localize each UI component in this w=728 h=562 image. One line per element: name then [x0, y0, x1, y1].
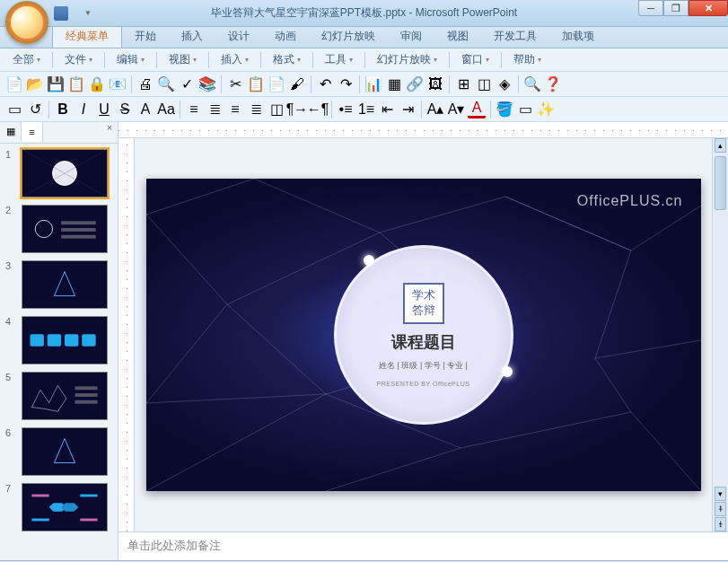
table-icon[interactable]: ▦ [385, 75, 403, 93]
close-button[interactable]: ✕ [689, 0, 728, 16]
redo-icon[interactable]: ↷ [337, 75, 355, 93]
thumb-slide-1[interactable] [22, 149, 108, 198]
bold-icon[interactable]: B [54, 101, 72, 119]
thumb-item[interactable]: 6 [5, 427, 112, 476]
notes-pane[interactable]: 单击此处添加备注 [118, 531, 728, 560]
align-left-icon[interactable]: ≡ [185, 101, 203, 119]
tab-developer[interactable]: 开发工具 [481, 25, 549, 48]
italic-icon[interactable]: I [75, 101, 92, 119]
tab-slideshow[interactable]: 幻灯片放映 [309, 25, 388, 48]
menu-edit[interactable]: 编辑▾ [110, 49, 152, 70]
tab-review[interactable]: 审阅 [388, 25, 434, 48]
copy-icon[interactable]: 📋 [247, 75, 265, 93]
menu-format[interactable]: 格式▾ [266, 49, 308, 70]
table-insert-icon[interactable]: ⊞ [454, 75, 472, 93]
diagram-icon[interactable]: ◈ [496, 75, 513, 93]
shadow-icon[interactable]: A [136, 101, 154, 119]
research-icon[interactable]: 📚 [198, 75, 216, 93]
cut-icon[interactable]: ✂ [226, 75, 244, 93]
shape-outline-icon[interactable]: ▭ [516, 101, 534, 119]
tab-addins[interactable]: 加载项 [549, 25, 607, 48]
thumb-slide-3[interactable] [22, 260, 108, 309]
scroll-down-icon[interactable]: ▾ [715, 487, 726, 501]
shape-effects-icon[interactable]: ✨ [537, 101, 555, 119]
menu-insert[interactable]: 插入▾ [214, 49, 256, 70]
scroll-up-icon[interactable]: ▴ [715, 138, 726, 153]
indent-dec-icon[interactable]: ⇤ [378, 101, 396, 119]
thumb-panel-close[interactable]: × [101, 122, 118, 143]
maximize-button[interactable]: ❐ [663, 0, 689, 16]
help-icon[interactable]: ❓ [544, 75, 562, 93]
object-icon[interactable]: ◫ [475, 75, 493, 93]
align-right-icon[interactable]: ≡ [226, 101, 244, 119]
spell-icon[interactable]: ✓ [178, 75, 196, 93]
numbering-icon[interactable]: 1≡ [357, 101, 375, 119]
save-icon[interactable]: 💾 [47, 75, 65, 93]
indent-inc-icon[interactable]: ⇥ [399, 101, 417, 119]
permission-icon[interactable]: 🔒 [88, 75, 106, 93]
scroll-thumb[interactable] [715, 156, 726, 210]
reset-icon[interactable]: ↺ [26, 101, 44, 119]
menu-view[interactable]: 视图▾ [162, 49, 204, 70]
change-case-icon[interactable]: Aa [157, 101, 175, 119]
shape-fill-icon[interactable]: 🪣 [496, 101, 513, 119]
columns-icon[interactable]: ◫ [268, 101, 285, 119]
zoom-icon[interactable]: 🔍 [523, 75, 541, 93]
paste-icon[interactable]: 📄 [268, 75, 285, 93]
font-size-dec-icon[interactable]: A▾ [447, 101, 465, 119]
thumb-slide-5[interactable] [22, 372, 108, 420]
bullets-icon[interactable]: •≡ [337, 101, 355, 119]
tab-home[interactable]: 开始 [122, 25, 169, 48]
scrollbar-vertical[interactable]: ▴ ▾ ⤉ ⤈ [712, 138, 728, 531]
tab-view[interactable]: 视图 [434, 25, 481, 48]
menu-window[interactable]: 窗口▾ [454, 49, 496, 70]
underline-icon[interactable]: U [95, 101, 113, 119]
preview-icon[interactable]: 🔍 [157, 75, 175, 93]
new-icon[interactable]: 📄 [5, 75, 23, 93]
menu-tools[interactable]: 工具▾ [318, 49, 360, 70]
font-size-inc-icon[interactable]: A▴ [426, 101, 444, 119]
undo-icon[interactable]: ↶ [316, 75, 334, 93]
thumb-slide-2[interactable] [22, 205, 108, 253]
tab-design[interactable]: 设计 [215, 25, 262, 48]
thumb-slide-4[interactable] [22, 316, 108, 364]
thumb-slide-7[interactable] [22, 483, 108, 531]
minimize-button[interactable]: ─ [638, 0, 663, 16]
thumb-tab-slides[interactable]: ▦ [0, 122, 22, 142]
tab-insert[interactable]: 插入 [169, 25, 215, 48]
prev-slide-icon[interactable]: ⤉ [715, 502, 726, 516]
thumb-tab-outline[interactable]: ≡ [22, 122, 43, 142]
picture-icon[interactable]: 🖼 [426, 75, 444, 93]
tab-animation[interactable]: 动画 [262, 25, 309, 48]
thumb-item[interactable]: 1 [5, 149, 112, 198]
hyperlink-icon[interactable]: 🔗 [406, 75, 424, 93]
menu-all[interactable]: 全部▾ [5, 49, 48, 70]
print-icon[interactable]: 🖨 [136, 75, 154, 93]
format-painter-icon[interactable]: 🖌 [288, 75, 306, 93]
align-center-icon[interactable]: ≣ [206, 101, 224, 119]
layout-icon[interactable]: ▭ [5, 101, 23, 119]
open-icon[interactable]: 📂 [26, 75, 44, 93]
strike-icon[interactable]: S [116, 101, 134, 119]
office-button[interactable] [5, 1, 48, 44]
thumb-item[interactable]: 7 [5, 483, 112, 531]
slide-canvas[interactable]: OfficePLUS.cn 学术 答辩 课程题目 姓名 | 班级 | 学号 | … [146, 179, 701, 491]
thumb-slide-6[interactable] [22, 427, 108, 476]
thumb-item[interactable]: 3 [5, 260, 112, 309]
ltr-icon[interactable]: ¶→ [288, 101, 306, 119]
save-icon[interactable] [54, 6, 68, 21]
thumb-item[interactable]: 5 [5, 372, 112, 420]
thumb-item[interactable]: 2 [5, 205, 112, 253]
thumb-item[interactable]: 4 [5, 316, 112, 364]
next-slide-icon[interactable]: ⤈ [715, 517, 726, 531]
saveas-icon[interactable]: 📋 [67, 75, 85, 93]
qat-dropdown-icon[interactable]: ▼ [84, 9, 92, 17]
justify-icon[interactable]: ≣ [247, 101, 265, 119]
menu-slideshow[interactable]: 幻灯片放映▾ [370, 49, 444, 70]
menu-help[interactable]: 帮助▾ [506, 49, 548, 70]
chart-icon[interactable]: 📊 [364, 75, 382, 93]
email-icon[interactable]: 📧 [109, 75, 127, 93]
rtl-icon[interactable]: ←¶ [309, 101, 327, 119]
menu-file[interactable]: 文件▾ [57, 49, 100, 70]
tab-classic-menu[interactable]: 经典菜单 [52, 24, 122, 48]
